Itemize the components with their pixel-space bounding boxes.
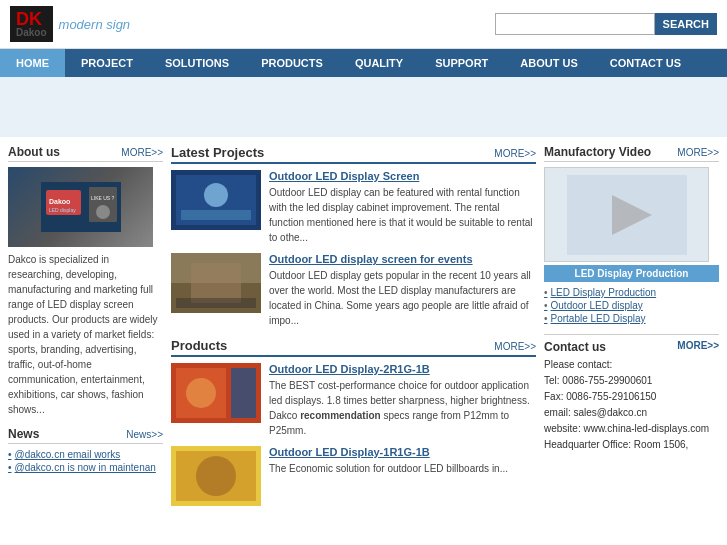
svg-point-21 bbox=[196, 456, 236, 496]
right-link-1[interactable]: LED Display Production bbox=[544, 287, 719, 298]
center-content: Latest Projects MORE>> Outdoor LED Displ… bbox=[171, 145, 536, 516]
product-thumb-1 bbox=[171, 363, 261, 423]
product-image-2-icon bbox=[171, 446, 261, 506]
video-placeholder bbox=[544, 167, 709, 262]
project-desc-1: Outdoor LED display can be featured with… bbox=[269, 185, 536, 245]
nav-contact-us[interactable]: CONTACT US bbox=[594, 49, 697, 77]
project-link-1[interactable]: Outdoor LED Display Screen bbox=[269, 170, 536, 182]
project-desc-2: Outdoor LED display gets popular in the … bbox=[269, 268, 536, 328]
products-title: Products bbox=[171, 338, 227, 355]
svg-text:LED display: LED display bbox=[49, 207, 76, 213]
manufactory-title-row: Manufactory Video MORE>> bbox=[544, 145, 719, 162]
product-desc-1: The BEST cost-performance choice for out… bbox=[269, 378, 536, 438]
banner bbox=[0, 77, 727, 137]
product-image-1-icon bbox=[171, 363, 261, 423]
project-image-1-icon bbox=[171, 170, 261, 230]
manufactory-more-link[interactable]: MORE>> bbox=[677, 147, 719, 158]
svg-rect-13 bbox=[191, 263, 241, 303]
manufactory-section: Manufactory Video MORE>> LED Display Pro… bbox=[544, 145, 719, 324]
news-item-2[interactable]: @dakco.cn is now in maintenan bbox=[8, 462, 163, 473]
products-more[interactable]: MORE>> bbox=[494, 341, 536, 352]
svg-text:Dakoo: Dakoo bbox=[49, 198, 70, 205]
about-us-text: Dakco is specialized in researching, dev… bbox=[8, 252, 163, 417]
contact-info: Please contact: Tel: 0086-755-29900601 F… bbox=[544, 357, 719, 453]
project-image-2-icon bbox=[171, 253, 261, 313]
project-text-1: Outdoor LED Display Screen Outdoor LED d… bbox=[269, 170, 536, 245]
nav-solutions[interactable]: SOLUTIONS bbox=[149, 49, 245, 77]
nav-products[interactable]: PRODUCTS bbox=[245, 49, 339, 77]
svg-point-18 bbox=[186, 378, 216, 408]
svg-rect-10 bbox=[181, 210, 251, 220]
project-row-1: Outdoor LED Display Screen Outdoor LED d… bbox=[171, 170, 536, 245]
news-section: News News>> @dakco.cn email works @dakco… bbox=[8, 427, 163, 473]
product-text-1: Outdoor LED Display-2R1G-1B The BEST cos… bbox=[269, 363, 536, 438]
svg-text:LIKE US ?: LIKE US ? bbox=[91, 195, 115, 201]
about-us-image: Dakoo LED display LIKE US ? bbox=[8, 167, 153, 247]
logo-sub: Dakoo bbox=[16, 28, 47, 38]
header: DK Dakoo modern sign SEARCH bbox=[0, 0, 727, 49]
nav: HOME PROJECT SOLUTIONS PRODUCTS QUALITY … bbox=[0, 49, 727, 77]
contact-fax: Fax: 0086-755-29106150 bbox=[544, 389, 719, 405]
nav-home[interactable]: HOME bbox=[0, 49, 65, 77]
logo-dk: DK bbox=[16, 9, 42, 29]
about-us-section: About us MORE>> Dakoo LED display LIKE U… bbox=[8, 145, 163, 417]
logo-area: DK Dakoo modern sign bbox=[10, 6, 130, 42]
video-label: LED Display Production bbox=[544, 265, 719, 282]
about-us-title: About us MORE>> bbox=[8, 145, 163, 162]
product-text-2: Outdoor LED Display-1R1G-1B The Economic… bbox=[269, 446, 536, 506]
products-header: Products MORE>> bbox=[171, 338, 536, 357]
contact-section: Contact us MORE>> Please contact: Tel: 0… bbox=[544, 334, 719, 453]
product-row-2: Outdoor LED Display-1R1G-1B The Economic… bbox=[171, 446, 536, 506]
svg-rect-17 bbox=[231, 368, 256, 418]
svg-rect-14 bbox=[176, 298, 256, 308]
search-area: SEARCH bbox=[495, 13, 717, 35]
logo-tagline: modern sign bbox=[59, 17, 131, 32]
contact-please: Please contact: bbox=[544, 357, 719, 373]
product-link-1[interactable]: Outdoor LED Display-2R1G-1B bbox=[269, 363, 536, 375]
about-us-more-link[interactable]: MORE>> bbox=[121, 147, 163, 158]
news-item-1[interactable]: @dakco.cn email works bbox=[8, 449, 163, 460]
project-thumb-1 bbox=[171, 170, 261, 230]
product-row-1: Outdoor LED Display-2R1G-1B The BEST cos… bbox=[171, 363, 536, 438]
product-link-2[interactable]: Outdoor LED Display-1R1G-1B bbox=[269, 446, 536, 458]
right-links: LED Display Production Outdoor LED displ… bbox=[544, 287, 719, 324]
products-section: Products MORE>> Outdoor LED Display-2R1G… bbox=[171, 338, 536, 506]
contact-website: website: www.china-led-displays.com bbox=[544, 421, 719, 437]
contact-more-link[interactable]: MORE>> bbox=[677, 340, 719, 354]
news-more-link[interactable]: News>> bbox=[126, 429, 163, 440]
right-sidebar: Manufactory Video MORE>> LED Display Pro… bbox=[544, 145, 719, 516]
nav-support[interactable]: SUPPORT bbox=[419, 49, 504, 77]
left-sidebar: About us MORE>> Dakoo LED display LIKE U… bbox=[8, 145, 163, 516]
nav-project[interactable]: PROJECT bbox=[65, 49, 149, 77]
contact-title-row: Contact us MORE>> bbox=[544, 340, 719, 354]
right-link-2[interactable]: Outdoor LED display bbox=[544, 300, 719, 311]
svg-point-9 bbox=[204, 183, 228, 207]
contact-address: Headquarter Office: Room 1506, bbox=[544, 437, 719, 453]
logo-box: DK Dakoo bbox=[10, 6, 53, 42]
product-thumb-2 bbox=[171, 446, 261, 506]
project-thumb-2 bbox=[171, 253, 261, 313]
project-link-2[interactable]: Outdoor LED display screen for events bbox=[269, 253, 536, 265]
contact-email: email: sales@dakco.cn bbox=[544, 405, 719, 421]
nav-quality[interactable]: QUALITY bbox=[339, 49, 419, 77]
about-us-image-inner: Dakoo LED display LIKE US ? bbox=[8, 167, 153, 247]
search-input[interactable] bbox=[495, 13, 655, 35]
main-content: About us MORE>> Dakoo LED display LIKE U… bbox=[0, 137, 727, 524]
svg-point-6 bbox=[96, 205, 110, 219]
latest-projects-more[interactable]: MORE>> bbox=[494, 148, 536, 159]
about-us-thumbnail-icon: Dakoo LED display LIKE US ? bbox=[41, 182, 121, 232]
latest-projects-header: Latest Projects MORE>> bbox=[171, 145, 536, 164]
project-text-2: Outdoor LED display screen for events Ou… bbox=[269, 253, 536, 328]
latest-projects-title: Latest Projects bbox=[171, 145, 264, 162]
news-title-row: News News>> bbox=[8, 427, 163, 444]
contact-tel: Tel: 0086-755-29900601 bbox=[544, 373, 719, 389]
search-button[interactable]: SEARCH bbox=[655, 13, 717, 35]
product-desc-2: The Economic solution for outdoor LED bi… bbox=[269, 461, 536, 476]
latest-projects-section: Latest Projects MORE>> Outdoor LED Displ… bbox=[171, 145, 536, 328]
video-thumbnail-icon bbox=[567, 175, 687, 255]
nav-about-us[interactable]: ABOUT US bbox=[504, 49, 593, 77]
project-row-2: Outdoor LED display screen for events Ou… bbox=[171, 253, 536, 328]
right-link-3[interactable]: Portable LED Display bbox=[544, 313, 719, 324]
